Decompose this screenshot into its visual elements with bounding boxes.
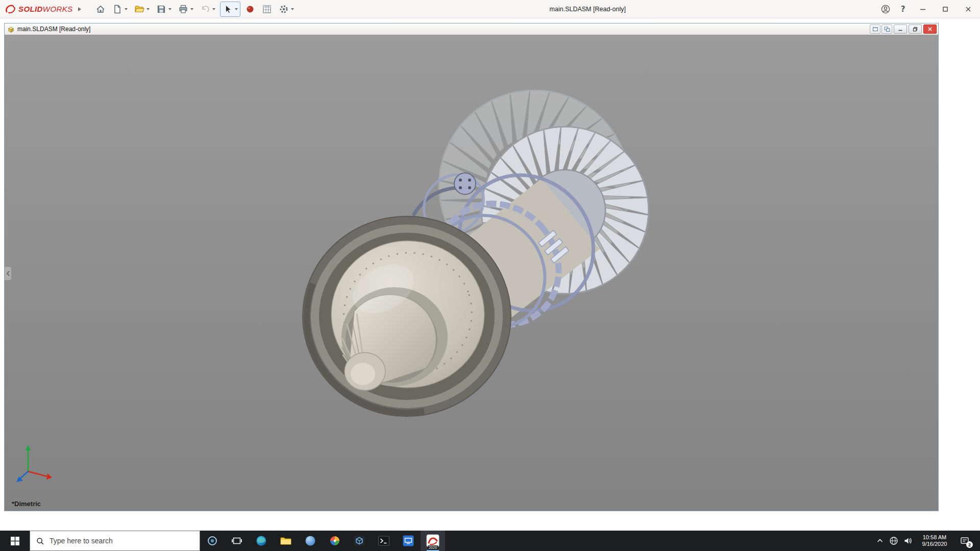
app-titlebar: SOLIDWORKS <box>0 0 980 18</box>
help-icon: ? <box>901 5 905 14</box>
minimize-icon <box>919 6 926 13</box>
maximize-button[interactable] <box>934 0 957 18</box>
dropdown-caret[interactable] <box>146 8 150 10</box>
close-icon <box>965 6 972 13</box>
new-document-button[interactable] <box>111 3 124 16</box>
dropdown-caret[interactable] <box>125 8 128 10</box>
client-area: main.SLDASM [Read-only] <box>0 18 980 531</box>
new-document-icon <box>112 4 122 14</box>
tray-expand-button[interactable] <box>873 531 887 551</box>
doc-window-icon-1 <box>872 26 878 32</box>
screen: SOLIDWORKS <box>0 0 980 551</box>
chevron-up-icon <box>876 537 884 545</box>
open-folder-icon <box>134 4 144 14</box>
save-icon <box>156 4 166 14</box>
help-button[interactable]: ? <box>894 0 912 18</box>
blue-app-button[interactable] <box>396 531 421 551</box>
undo-icon <box>200 4 210 14</box>
design-table-icon <box>262 4 272 14</box>
brand-text: SOLIDWORKS <box>18 5 73 13</box>
edge-button[interactable] <box>249 531 274 551</box>
select-tool-button[interactable] <box>221 3 234 16</box>
dropdown-caret[interactable] <box>212 8 215 10</box>
cortana-icon <box>207 535 218 546</box>
account-button[interactable] <box>877 0 894 18</box>
cortana-button[interactable] <box>200 531 225 551</box>
options-button[interactable] <box>277 3 290 16</box>
clock-date: 9/16/2020 <box>922 541 947 548</box>
assembly-icon <box>7 26 15 33</box>
doc-minimize-button[interactable] <box>894 24 907 34</box>
volume-icon <box>903 536 913 545</box>
solidworks-taskbar-button[interactable]: 2020 <box>421 531 445 551</box>
photos-app-icon <box>329 535 341 547</box>
options-gear-icon <box>279 4 289 14</box>
doc-close-button[interactable] <box>923 24 937 34</box>
search-input[interactable] <box>48 536 178 545</box>
print-icon <box>178 4 188 14</box>
dropdown-caret[interactable] <box>291 8 294 10</box>
doc-window-icon-2 <box>884 26 890 32</box>
open-button[interactable] <box>133 3 146 16</box>
dropdown-caret[interactable] <box>235 8 238 10</box>
document-title: main.SLDASM [Read-only] <box>17 26 90 33</box>
select-tool-group <box>220 2 240 17</box>
edge-icon <box>255 535 267 547</box>
doc-window-button-1[interactable] <box>870 24 880 34</box>
window-title: main.SLDASM [Read-only] <box>550 6 626 13</box>
graphics-viewport[interactable]: *Dimetric <box>5 35 938 511</box>
minimize-icon <box>898 27 903 32</box>
menu-expand-arrow[interactable] <box>75 3 84 15</box>
document-window: main.SLDASM [Read-only] <box>4 23 939 511</box>
undo-button[interactable] <box>199 3 212 16</box>
view-orientation-label: *Dimetric <box>12 500 41 508</box>
file-explorer-button[interactable] <box>274 531 298 551</box>
doc-restore-button[interactable] <box>909 24 922 34</box>
system-tray: 10:58 AM 9/16/2020 2 <box>873 531 980 551</box>
account-icon <box>880 4 891 14</box>
minimize-button[interactable] <box>912 0 934 18</box>
design-table-button[interactable] <box>260 3 274 16</box>
quick-access-toolbar <box>93 2 299 17</box>
task-view-button[interactable] <box>225 531 249 551</box>
panel-collapse-handle[interactable] <box>5 267 11 280</box>
terminal-button[interactable] <box>372 531 396 551</box>
start-button[interactable] <box>0 531 30 551</box>
cube-app-button[interactable] <box>347 531 372 551</box>
taskbar-search[interactable] <box>30 531 200 551</box>
appearance-button[interactable] <box>243 3 257 16</box>
taskbar: 2020 10:58 AM 9/16/2020 2 <box>0 531 980 551</box>
browser-button[interactable] <box>298 531 323 551</box>
cube-app-icon <box>353 535 365 547</box>
restore-icon <box>913 27 918 32</box>
action-center-button[interactable]: 2 <box>954 531 975 551</box>
file-explorer-icon <box>280 535 292 547</box>
document-caption-buttons <box>869 24 937 34</box>
print-button[interactable] <box>177 3 190 16</box>
engine-3d-model <box>5 35 938 511</box>
dropdown-caret[interactable] <box>168 8 172 10</box>
doc-window-button-2[interactable] <box>881 24 892 34</box>
save-button[interactable] <box>155 3 168 16</box>
network-button[interactable] <box>887 531 901 551</box>
start-icon <box>11 537 19 545</box>
browser-icon <box>304 535 316 547</box>
notification-badge: 2 <box>966 541 973 548</box>
maximize-icon <box>942 6 949 13</box>
solidworks-logo: SOLIDWORKS <box>5 4 73 14</box>
chevron-left-icon <box>6 270 10 277</box>
home-button[interactable] <box>94 3 107 16</box>
titlebar-right-controls: ? <box>877 0 980 18</box>
home-icon <box>95 4 106 14</box>
chevron-right-icon <box>78 7 81 11</box>
task-view-icon <box>231 535 242 546</box>
search-icon <box>36 537 44 545</box>
volume-button[interactable] <box>901 531 915 551</box>
photos-app-button[interactable] <box>323 531 347 551</box>
document-titlebar[interactable]: main.SLDASM [Read-only] <box>5 23 938 35</box>
dropdown-caret[interactable] <box>190 8 193 10</box>
taskbar-clock[interactable]: 10:58 AM 9/16/2020 <box>915 534 954 548</box>
close-icon <box>927 27 933 32</box>
ds-mark-icon <box>5 4 16 14</box>
close-button[interactable] <box>957 0 980 18</box>
